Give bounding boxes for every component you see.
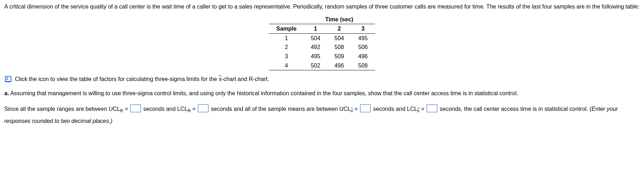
cell: 508	[327, 43, 351, 52]
sample-header: Sample	[269, 24, 303, 34]
cell: 495	[303, 52, 327, 61]
cell: 506	[351, 43, 375, 52]
uclx-input[interactable]	[360, 104, 371, 112]
data-table-wrap: Time (sec) Sample 1 2 3 1 504 504 495 2 …	[4, 15, 640, 71]
table-row: 3 495 509 496	[269, 52, 375, 61]
book-icon[interactable]	[4, 76, 12, 83]
cell: 508	[351, 61, 375, 70]
answer-fill-in: Since all the sample ranges are between …	[4, 103, 640, 126]
data-table: Time (sec) Sample 1 2 3 1 504 504 495 2 …	[269, 15, 375, 71]
col-header-3: 3	[351, 24, 375, 34]
table-row: 4 502 496 508	[269, 61, 375, 70]
cell: 504	[303, 33, 327, 43]
question-a: a. Assuming that management is willing t…	[4, 90, 640, 97]
col-header-2: 2	[327, 24, 351, 34]
cell: 1	[269, 33, 303, 43]
cell: 496	[327, 61, 351, 70]
cell: 504	[327, 33, 351, 43]
cell: 492	[303, 43, 327, 52]
lclx-input[interactable]	[427, 104, 437, 112]
svg-rect-0	[6, 77, 11, 81]
cell: 496	[351, 52, 375, 61]
cell: 509	[327, 52, 351, 61]
table-row: 2 492 508 506	[269, 43, 375, 52]
cell: 4	[269, 61, 303, 70]
cell: 495	[351, 33, 375, 43]
col-header-1: 1	[303, 24, 327, 34]
time-header: Time (sec)	[303, 15, 375, 24]
problem-intro: A critical dimension of the service qual…	[4, 3, 640, 11]
cell: 2	[269, 43, 303, 52]
uclr-input[interactable]	[130, 104, 141, 112]
lclr-input[interactable]	[198, 104, 208, 112]
cell: 502	[303, 61, 327, 70]
cell: 3	[269, 52, 303, 61]
factors-link-text[interactable]: Click the icon to view the table of fact…	[15, 75, 269, 83]
table-row: 1 504 504 495	[269, 33, 375, 43]
